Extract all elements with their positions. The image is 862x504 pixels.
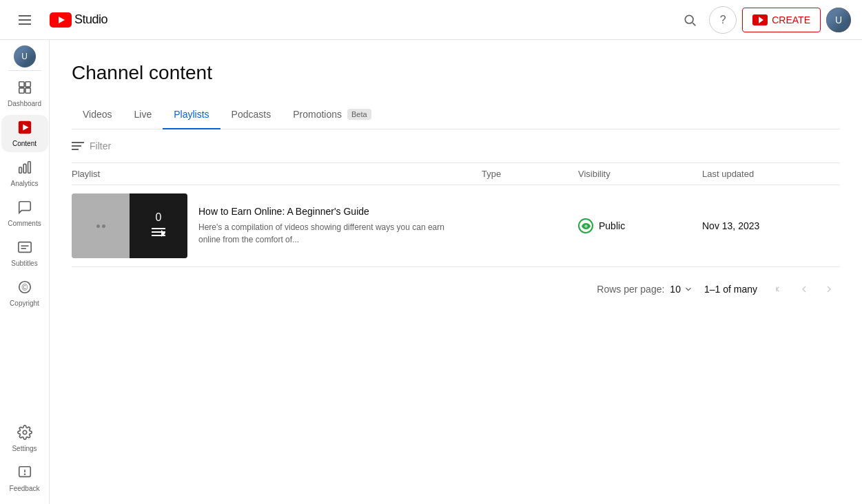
create-button[interactable]: CREATE [742, 8, 821, 32]
create-label: CREATE [772, 14, 810, 25]
help-icon: ? [720, 14, 726, 26]
next-page-button[interactable] [818, 278, 840, 300]
sidebar-item-settings[interactable]: Settings [1, 420, 48, 457]
dot2 [102, 224, 105, 228]
svg-rect-11 [23, 164, 26, 173]
youtube-icon [50, 12, 72, 28]
nav-left: Studio [11, 6, 107, 34]
col-playlist: Playlist [72, 169, 482, 179]
playlist-info: How to Earn Online: A Beginner's Guide H… [198, 206, 460, 246]
comments-label: Comments [8, 220, 41, 228]
filter-text[interactable]: Filter [90, 140, 111, 151]
first-page-icon [774, 284, 785, 295]
playlist-list-icon [152, 227, 165, 240]
page-navigation [768, 278, 840, 300]
playlist-thumbnail[interactable]: 0 [72, 193, 187, 258]
table-row: 0 How to Earn Online: A Beginner's Guide… [72, 185, 840, 267]
thumb-right: 0 [130, 193, 187, 258]
search-icon [683, 13, 697, 27]
hamburger-menu-button[interactable] [11, 6, 39, 34]
svg-point-18 [23, 430, 27, 434]
tab-playlists[interactable]: Playlists [163, 101, 220, 129]
copyright-icon: © [17, 280, 32, 298]
analytics-icon [17, 160, 32, 178]
sidebar-avatar[interactable]: U [14, 45, 36, 67]
svg-text:©: © [21, 282, 28, 292]
col-visibility: Visibility [578, 169, 702, 179]
content-icon [17, 120, 32, 138]
top-navigation: Studio ? CREATE U [0, 0, 862, 40]
svg-point-2 [686, 15, 694, 23]
first-page-button[interactable] [768, 278, 790, 300]
svg-point-21 [24, 474, 25, 474]
settings-label: Settings [12, 445, 37, 453]
tab-videos[interactable]: Videos [72, 101, 123, 129]
sidebar: U Dashboard Content [0, 40, 50, 504]
sidebar-item-analytics[interactable]: Analytics [1, 155, 48, 192]
tab-videos-label: Videos [83, 109, 112, 120]
dashboard-icon [17, 80, 32, 98]
tab-live-label: Live [134, 109, 152, 120]
thumb-dots [96, 224, 105, 228]
pagination: Rows per page: 10 1–1 of many [72, 267, 840, 311]
nav-right: ? CREATE U [676, 6, 851, 34]
col-last-updated: Last updated [702, 169, 840, 179]
filter-bar: Filter [72, 129, 840, 163]
sidebar-item-dashboard[interactable]: Dashboard [1, 75, 48, 112]
rows-per-page-label: Rows per page: [597, 284, 664, 295]
sidebar-divider [8, 70, 41, 71]
feedback-icon [17, 465, 32, 483]
thumb-left [72, 193, 130, 258]
svg-rect-13 [18, 242, 30, 252]
avatar-initials: U [826, 8, 851, 32]
analytics-label: Analytics [10, 180, 38, 188]
dropdown-arrow-icon [684, 284, 693, 294]
sidebar-item-subtitles[interactable]: Subtitles [1, 235, 48, 272]
user-avatar[interactable]: U [826, 8, 851, 32]
page-title: Channel content [72, 62, 840, 84]
rows-per-page-value: 10 [670, 284, 681, 295]
create-video-icon [752, 14, 768, 25]
page-info: 1–1 of many [704, 284, 757, 295]
filter-icon[interactable] [72, 142, 84, 150]
dashboard-label: Dashboard [8, 100, 41, 108]
svg-point-27 [585, 225, 586, 227]
settings-icon [17, 425, 32, 443]
svg-rect-12 [28, 161, 30, 173]
feedback-label: Feedback [10, 485, 40, 493]
help-button[interactable]: ? [709, 6, 737, 34]
tab-playlists-label: Playlists [174, 109, 209, 120]
content-label: Content [12, 140, 37, 148]
svg-rect-10 [19, 167, 21, 173]
col-type: Type [482, 169, 578, 179]
svg-rect-6 [19, 87, 23, 92]
sidebar-item-copyright[interactable]: © Copyright [1, 275, 48, 312]
tab-promotions-label: Promotions [293, 109, 342, 120]
thumb-count: 0 [156, 211, 162, 224]
studio-label: Studio [74, 12, 107, 27]
table-header: Playlist Type Visibility Last updated [72, 163, 840, 185]
tab-podcasts-label: Podcasts [232, 109, 271, 120]
prev-page-icon [799, 284, 810, 295]
subtitles-icon [17, 240, 32, 258]
tab-live[interactable]: Live [123, 101, 163, 129]
subtitles-label: Subtitles [11, 260, 37, 268]
visibility-cell: Public [578, 218, 702, 233]
visibility-eye-icon [578, 218, 593, 233]
youtube-studio-logo[interactable]: Studio [50, 12, 107, 28]
sidebar-item-feedback[interactable]: Feedback [1, 460, 48, 497]
tab-podcasts[interactable]: Podcasts [220, 101, 283, 129]
prev-page-button[interactable] [793, 278, 815, 300]
playlist-cell: 0 How to Earn Online: A Beginner's Guide… [72, 193, 482, 258]
tab-promotions[interactable]: Promotions Beta [282, 101, 382, 129]
playlist-description: Here's a compilation of videos showing d… [198, 221, 460, 246]
sidebar-item-comments[interactable]: Comments [1, 195, 48, 232]
comments-icon [17, 200, 32, 218]
dot1 [96, 224, 100, 228]
sidebar-item-content[interactable]: Content [1, 115, 48, 152]
search-button[interactable] [676, 6, 704, 34]
playlist-name[interactable]: How to Earn Online: A Beginner's Guide [198, 206, 460, 217]
svg-line-3 [692, 23, 695, 25]
next-page-icon [823, 284, 834, 295]
rows-per-page-select[interactable]: 10 [670, 284, 693, 295]
